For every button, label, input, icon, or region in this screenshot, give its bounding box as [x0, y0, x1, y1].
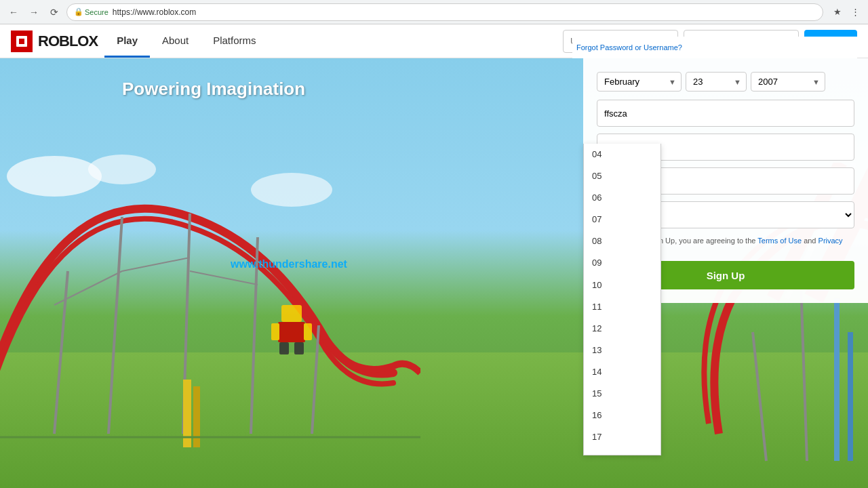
day-dropdown: 0405060708091011121314151617181920212223: [583, 144, 661, 455]
svg-line-10: [54, 271, 122, 305]
logo-icon: [11, 30, 33, 52]
year-select[interactable]: 2007: [751, 72, 825, 92]
back-button[interactable]: ←: [5, 4, 22, 20]
dob-row: February January March April May June Ju…: [597, 72, 854, 92]
svg-point-4: [251, 173, 332, 207]
dropdown-item-15[interactable]: 15: [584, 383, 660, 405]
browser-chrome: ← → ⟳ 🔒 Secure https://www.roblox.com ★ …: [0, 0, 868, 24]
dropdown-item-17[interactable]: 17: [584, 426, 660, 448]
url-text: https://www.roblox.com: [113, 7, 196, 17]
svg-rect-19: [848, 332, 853, 461]
dropdown-item-16[interactable]: 16: [584, 405, 660, 426]
svg-rect-23: [304, 323, 312, 340]
secure-label: Secure: [85, 8, 108, 16]
browser-action-buttons: ★ ⋮: [830, 5, 863, 20]
coaster-left: [0, 136, 420, 488]
dropdown-item-07[interactable]: 07: [584, 209, 660, 230]
address-bar[interactable]: 🔒 Secure https://www.roblox.com: [66, 3, 823, 21]
month-select-wrapper: February January March April May June Ju…: [597, 72, 682, 92]
dropdown-item-13[interactable]: 13: [584, 340, 660, 361]
logo-text: ROBLOX: [38, 33, 98, 50]
signup-form: February January March April May June Ju…: [583, 58, 868, 303]
day-select[interactable]: 23: [686, 72, 747, 92]
year-select-wrapper: 2007 ▼: [751, 72, 825, 92]
svg-line-6: [108, 217, 122, 434]
day-select-wrapper: 23 ▼: [686, 72, 747, 92]
dropdown-item-09[interactable]: 09: [584, 252, 660, 274]
dropdown-item-12[interactable]: 12: [584, 318, 660, 340]
dropdown-item-18[interactable]: 18: [584, 448, 660, 455]
bookmarks-icon[interactable]: ★: [830, 5, 845, 20]
dropdown-item-06[interactable]: 06: [584, 187, 660, 209]
dropdown-item-05[interactable]: 05: [584, 165, 660, 187]
nav-play[interactable]: Play: [104, 24, 150, 58]
svg-line-11: [122, 258, 190, 271]
svg-rect-21: [278, 322, 305, 342]
nav-about[interactable]: About: [150, 24, 201, 58]
svg-line-17: [753, 332, 766, 461]
reload-button[interactable]: ⟳: [46, 4, 62, 20]
svg-rect-1: [19, 39, 24, 44]
svg-rect-18: [834, 298, 840, 461]
watermark: www.thundershare.net: [231, 258, 347, 270]
dropdown-item-04[interactable]: 04: [584, 144, 660, 165]
roblox-character: [264, 302, 319, 356]
svg-rect-22: [271, 323, 279, 340]
svg-point-2: [7, 156, 102, 197]
extensions-icon[interactable]: ⋮: [848, 5, 863, 20]
secure-badge: 🔒 Secure: [74, 7, 108, 16]
svg-line-12: [190, 271, 258, 285]
svg-rect-24: [279, 342, 289, 354]
dropdown-item-08[interactable]: 08: [584, 230, 660, 252]
username-field[interactable]: [597, 100, 854, 127]
svg-rect-20: [281, 305, 302, 322]
terms-of-use-link[interactable]: Terms of Use: [757, 237, 802, 245]
forward-button[interactable]: →: [26, 4, 42, 20]
month-select[interactable]: February January March April May June Ju…: [597, 72, 682, 92]
background-area: Powering Imagination www.thundershare.ne…: [0, 58, 868, 488]
powering-imagination-text: Powering Imagination: [122, 79, 305, 100]
svg-rect-25: [294, 342, 304, 354]
forgot-password-link[interactable]: Forgot Password or Username?: [576, 43, 682, 52]
svg-point-3: [88, 155, 156, 184]
dropdown-item-11[interactable]: 11: [584, 296, 660, 318]
dropdown-item-14[interactable]: 14: [584, 361, 660, 383]
roblox-logo: ROBLOX: [11, 30, 98, 52]
nav-links: Play About Platforms: [104, 24, 268, 58]
svg-line-5: [54, 271, 68, 434]
dropdown-item-10[interactable]: 10: [584, 274, 660, 296]
nav-platforms[interactable]: Platforms: [201, 24, 268, 58]
